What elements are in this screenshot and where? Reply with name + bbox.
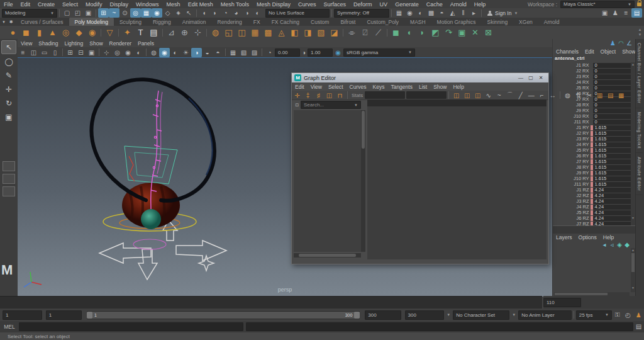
menu-main-create[interactable]: Create	[34, 1, 58, 8]
target-weld-icon[interactable]: ◼	[389, 26, 402, 38]
menu-graph-editor-tangents[interactable]: Tangents	[387, 84, 416, 90]
channel-value-field[interactable]: 1.615	[593, 165, 631, 170]
ipr-render-icon[interactable]: ◐	[415, 8, 426, 18]
poly-disc-icon[interactable]: ◉	[86, 26, 99, 38]
menu-main-help[interactable]: Help	[470, 1, 490, 8]
menu-graph-editor-select[interactable]: Select	[325, 84, 347, 90]
lock-selection-icon[interactable]: ◈	[173, 8, 184, 18]
graph-editor-titlebar[interactable]: M Graph Editor — ▢ ✕	[292, 73, 548, 82]
shelf-tab-poly-modeling[interactable]: Poly Modeling	[69, 18, 114, 26]
menu-main-arnold[interactable]: Arnold	[447, 1, 470, 8]
wireframe-icon[interactable]: ◍	[148, 48, 159, 57]
input-connections-icon[interactable]: ◖	[199, 8, 209, 18]
poly-cube-icon[interactable]: ◼	[19, 26, 33, 38]
highlight-icon[interactable]: ◐	[252, 8, 263, 18]
launch-render-icon[interactable]: ◓	[436, 8, 447, 18]
range-handle-start[interactable]	[87, 312, 92, 319]
animation-preferences-icon[interactable]: ◴	[623, 310, 633, 320]
channel-value-field[interactable]: 1.615	[593, 131, 631, 136]
remesh-icon[interactable]: ◨	[301, 26, 314, 38]
layer-scrollbar[interactable]: ▲▼	[631, 248, 635, 292]
anim-start-field[interactable]: 1	[3, 310, 42, 320]
xray-joints-icon[interactable]: ▨	[249, 48, 260, 57]
snap-grid-icon[interactable]: ⊞	[98, 8, 109, 18]
fill-hole-icon[interactable]: ▩	[262, 26, 275, 38]
new-scene-icon[interactable]: ▢	[62, 8, 72, 18]
spline-tangent-icon[interactable]: ~	[494, 91, 504, 100]
render-view-icon[interactable]: ▦	[394, 8, 404, 18]
anim-layer-dropdown[interactable]: No Anim Layer	[518, 310, 572, 320]
component-edge-icon[interactable]: ◗	[416, 26, 429, 38]
menu-main-uv[interactable]: UV	[376, 1, 392, 8]
stats-field-1[interactable]	[365, 91, 405, 99]
poly-sphere-icon[interactable]: ●	[6, 26, 19, 38]
platonic-solid-icon[interactable]: ▽	[103, 26, 116, 38]
type-tool-icon[interactable]: T	[134, 26, 147, 38]
menu-main-windows[interactable]: Windows	[132, 1, 163, 8]
shelf-tab-animation[interactable]: Animation	[177, 18, 212, 26]
image-plane-icon[interactable]: ⊞	[65, 48, 75, 57]
shelf-scroll-spinner[interactable]: ▲▼	[637, 27, 643, 37]
retopo-icon[interactable]: ▧	[314, 26, 328, 38]
snap-view-plane-icon[interactable]: ▦	[141, 8, 152, 18]
screen-ao-icon[interactable]: ◒	[202, 48, 213, 57]
channel-row[interactable]: J7 RY1.615	[553, 159, 631, 164]
layout-single-pane[interactable]	[3, 161, 15, 171]
textured-icon[interactable]: ◐	[170, 48, 180, 57]
channel-row[interactable]: J2 RY1.615	[553, 130, 631, 136]
pause-icon[interactable]: ‖	[458, 8, 469, 18]
exposure-icon[interactable]: ◔	[264, 48, 275, 57]
channel-value-field[interactable]: 4.24	[593, 188, 631, 193]
center-current-icon[interactable]: ◫	[472, 91, 483, 100]
clamped-tangent-icon[interactable]: ⌒	[504, 91, 515, 100]
chevron-down-icon[interactable]: ▼	[509, 313, 516, 317]
channel-row[interactable]: J6 RY1.615	[553, 153, 631, 159]
workspace-dropdown[interactable]: Maya Classic* ▼	[560, 1, 635, 8]
color-management-icon[interactable]: ◉	[333, 48, 343, 57]
menu-main-deform[interactable]: Deform	[350, 1, 376, 8]
dock-person-icon[interactable]: ♟	[609, 38, 617, 48]
shelf-tab-fx-caching[interactable]: FX Caching	[266, 18, 305, 26]
right-tab-attribute-editor[interactable]: Attribute Editor	[636, 153, 643, 195]
stacked-view-icon[interactable]: ▦	[616, 91, 626, 100]
open-scene-icon[interactable]: ◰	[72, 8, 83, 18]
current-time-field[interactable]: 110	[543, 298, 581, 307]
shelf-tab-rigging[interactable]: Rigging	[147, 18, 177, 26]
channel-row[interactable]: J6 RZ4.24	[553, 215, 631, 221]
shelf-tab-curves-surfaces[interactable]: Curves / Surfaces	[15, 18, 69, 26]
channel-row[interactable]: J5 RZ4.24	[553, 210, 631, 215]
shelf-tab-sculpting[interactable]: Sculpting	[114, 18, 147, 26]
menu-viewport-panels[interactable]: Panels	[135, 40, 157, 47]
value-snap-icon[interactable]: ▤	[605, 91, 616, 100]
channel-value-field[interactable]: 1.615	[593, 142, 631, 147]
dock-graph-icon[interactable]: ∠	[625, 38, 633, 48]
auto-tangent-icon[interactable]: ∿	[483, 91, 494, 100]
channel-value-field[interactable]: 1.615	[593, 125, 631, 130]
script-editor-icon[interactable]: ▤	[633, 322, 644, 331]
shelf-tab-rendering[interactable]: Rendering	[212, 18, 248, 26]
channel-value-field[interactable]: 1.615	[593, 171, 631, 176]
menu-set-dropdown[interactable]: Modeling ▼	[2, 9, 57, 18]
select-camera-icon[interactable]: ≡	[18, 48, 28, 57]
menu-main-file[interactable]: File	[0, 1, 17, 8]
menu-viewport-lighting[interactable]: Lighting	[61, 40, 86, 47]
menu-viewport-shading[interactable]: Shading	[35, 40, 61, 47]
character-set-dropdown[interactable]: No Character Set	[453, 310, 509, 320]
oneclick-icon[interactable]: ▣	[86, 48, 97, 57]
menu-graph-editor-curves[interactable]: Curves	[347, 84, 370, 90]
channel-value-field[interactable]: 0	[593, 103, 631, 108]
move-keys-icon[interactable]: ✛	[292, 91, 303, 100]
rotate-tool[interactable]: ↻	[2, 97, 16, 110]
channel-row[interactable]: J3 RZ4.24	[553, 198, 631, 204]
2d-pan-icon[interactable]: ⊟	[75, 48, 86, 57]
linear-tangent-icon[interactable]: ╱	[515, 91, 526, 100]
menu-main-select[interactable]: Select	[58, 1, 82, 8]
bookmark-icon[interactable]: ▯	[50, 48, 60, 57]
menu-main-display[interactable]: Display	[106, 1, 133, 8]
channel-row[interactable]: J11 RX0	[553, 119, 631, 125]
range-slider-track[interactable]: 1 300	[87, 311, 360, 319]
character-controls-icon[interactable]: ♟	[610, 8, 621, 18]
channel-scrollbar[interactable]: ▲▼	[631, 62, 635, 225]
film-gate-icon[interactable]: ◎	[112, 48, 123, 57]
combine-icon[interactable]: ◱	[222, 26, 235, 38]
